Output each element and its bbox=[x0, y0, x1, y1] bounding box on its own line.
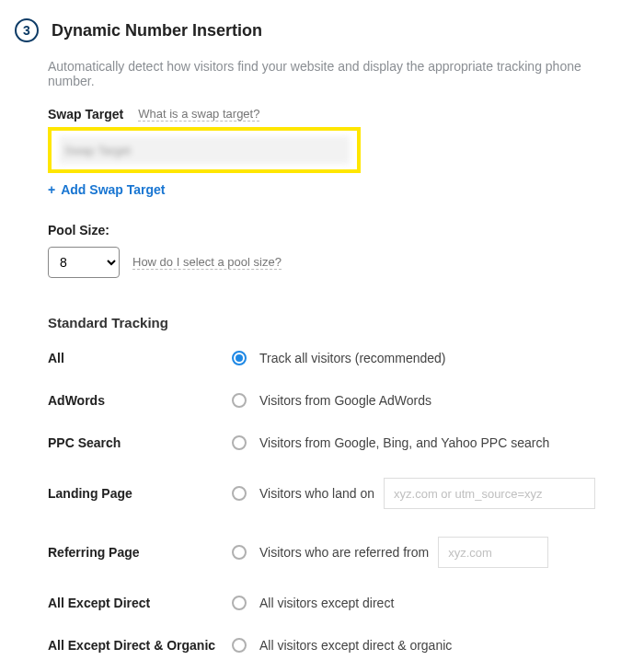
tracking-option-description: Visitors who land on bbox=[259, 478, 595, 509]
step-number-badge: 3 bbox=[15, 18, 39, 42]
tracking-option-label: AdWords bbox=[48, 393, 232, 408]
swap-target-help-link[interactable]: What is a swap target? bbox=[138, 107, 259, 122]
tracking-option-description: Visitors who are referred from bbox=[259, 537, 548, 568]
tracking-option-row: All Except DirectAll visitors except dir… bbox=[48, 596, 629, 610]
tracking-radio[interactable] bbox=[232, 351, 247, 365]
tracking-option-row: Landing PageVisitors who land on bbox=[48, 478, 629, 509]
pool-size-help-link[interactable]: How do I select a pool size? bbox=[132, 255, 282, 270]
tracking-option-row: AdWordsVisitors from Google AdWords bbox=[48, 393, 629, 408]
standard-tracking-heading: Standard Tracking bbox=[48, 315, 629, 330]
tracking-option-row: AllTrack all visitors (recommended) bbox=[48, 351, 629, 365]
section-description: Automatically detect how visitors find y… bbox=[48, 59, 629, 88]
tracking-option-label: All bbox=[48, 351, 232, 365]
section-title: Dynamic Number Insertion bbox=[52, 21, 262, 41]
tracking-option-row: All Except Direct & OrganicAll visitors … bbox=[48, 638, 629, 653]
pool-size-select[interactable]: 8 bbox=[48, 247, 120, 278]
tracking-option-description: All visitors except direct bbox=[259, 596, 394, 610]
tracking-option-desc-text: Track all visitors (recommended) bbox=[259, 351, 446, 365]
tracking-radio[interactable] bbox=[232, 435, 247, 450]
tracking-option-label: All Except Direct bbox=[48, 596, 232, 610]
tracking-option-label: Landing Page bbox=[48, 486, 232, 501]
tracking-option-row: Referring PageVisitors who are referred … bbox=[48, 537, 629, 568]
add-swap-target-button[interactable]: + Add Swap Target bbox=[48, 182, 166, 197]
pool-size-label: Pool Size: bbox=[48, 223, 629, 237]
add-swap-target-label: Add Swap Target bbox=[61, 182, 165, 197]
tracking-option-desc-text: Visitors from Google AdWords bbox=[259, 393, 431, 408]
tracking-radio[interactable] bbox=[232, 393, 247, 408]
tracking-radio[interactable] bbox=[232, 596, 247, 610]
tracking-option-desc-text: Visitors from Google, Bing, and Yahoo PP… bbox=[259, 435, 549, 450]
tracking-option-desc-text: All visitors except direct bbox=[259, 596, 394, 610]
swap-target-input[interactable] bbox=[59, 136, 350, 164]
tracking-radio[interactable] bbox=[232, 486, 247, 501]
tracking-option-desc-text: All visitors except direct & organic bbox=[259, 638, 452, 653]
swap-target-input-highlight bbox=[48, 127, 361, 173]
tracking-option-description: Visitors from Google, Bing, and Yahoo PP… bbox=[259, 435, 549, 450]
tracking-radio[interactable] bbox=[232, 545, 247, 560]
tracking-radio[interactable] bbox=[232, 638, 247, 653]
plus-icon: + bbox=[48, 182, 55, 197]
tracking-option-url-input[interactable] bbox=[438, 537, 548, 568]
tracking-option-desc-text: Visitors who are referred from bbox=[259, 545, 429, 560]
swap-target-label: Swap Target bbox=[48, 107, 123, 122]
tracking-option-description: Track all visitors (recommended) bbox=[259, 351, 446, 365]
tracking-option-description: Visitors from Google AdWords bbox=[259, 393, 431, 408]
tracking-option-row: PPC SearchVisitors from Google, Bing, an… bbox=[48, 435, 629, 450]
tracking-option-url-input[interactable] bbox=[384, 478, 595, 509]
tracking-option-label: PPC Search bbox=[48, 435, 232, 450]
tracking-option-desc-text: Visitors who land on bbox=[259, 486, 374, 501]
tracking-option-label: Referring Page bbox=[48, 545, 232, 560]
tracking-option-label: All Except Direct & Organic bbox=[48, 638, 232, 653]
tracking-option-description: All visitors except direct & organic bbox=[259, 638, 452, 653]
